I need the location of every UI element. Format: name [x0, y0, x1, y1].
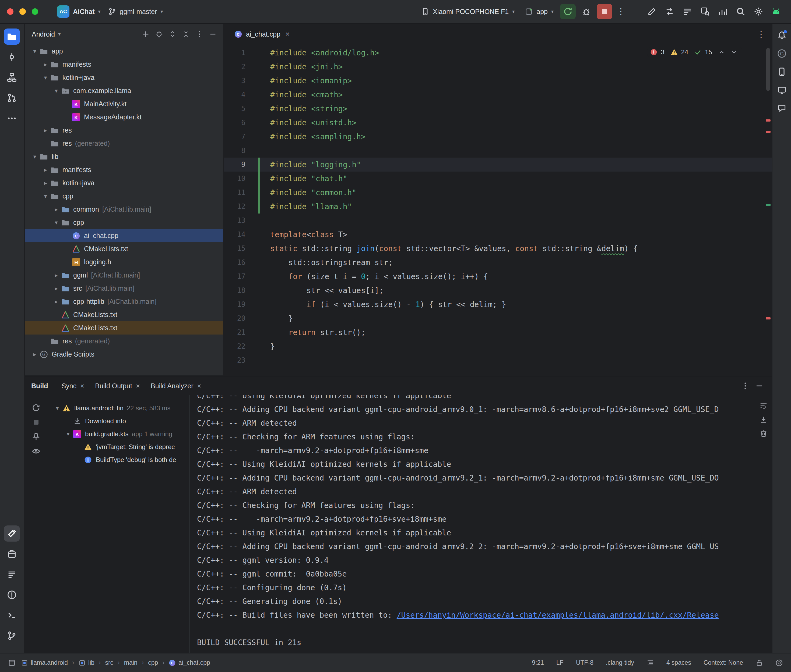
- chevron-down-icon[interactable]: ▾: [40, 193, 51, 200]
- notifications-icon[interactable]: [775, 28, 789, 43]
- structure-icon[interactable]: [4, 69, 20, 85]
- code-line-13[interactable]: 13: [224, 213, 772, 227]
- version-control-icon[interactable]: [4, 628, 20, 644]
- chevron-right-icon[interactable]: ▸: [51, 285, 61, 292]
- chevron-down-icon[interactable]: ▾: [63, 430, 73, 437]
- code-line-8[interactable]: 8: [224, 144, 772, 158]
- code-line-14[interactable]: 14template<class T>: [224, 227, 772, 242]
- stripe-mark[interactable]: [766, 317, 770, 320]
- tree-item-app[interactable]: ▾app: [25, 45, 223, 58]
- tree-item-cmakelists-txt[interactable]: CMakeLists.txt: [25, 308, 223, 322]
- clang-tidy-widget[interactable]: .clang-tidy: [606, 659, 634, 666]
- tree-item-build-gradle-kts[interactable]: ▾Kbuild.gradle.ktsapp 1 warning: [47, 427, 189, 440]
- chevron-right-icon[interactable]: ▸: [51, 272, 61, 279]
- tree-item-jvmtarget-string-is-deprec[interactable]: 'jvmTarget: String' is deprec: [47, 440, 189, 453]
- breadcrumb-item-lib[interactable]: lib: [79, 659, 95, 666]
- chevron-right-icon[interactable]: ▸: [40, 61, 51, 68]
- tree-item-cmakelists-txt[interactable]: CMakeLists.txt: [25, 242, 223, 256]
- project-window-icon[interactable]: [8, 659, 16, 667]
- tree-item-manifests[interactable]: ▸manifests: [25, 163, 223, 176]
- chevron-right-icon[interactable]: ▸: [40, 180, 51, 187]
- search-everywhere-icon[interactable]: [733, 4, 748, 19]
- tree-item-cpp[interactable]: ▾cpp: [25, 216, 223, 229]
- add-icon[interactable]: [140, 28, 152, 40]
- tree-item-cmakelists-txt[interactable]: CMakeLists.txt: [25, 322, 223, 334]
- tree-item-src[interactable]: ▸src[AiChat.lib.main]: [25, 282, 223, 295]
- terminal-icon[interactable]: [4, 607, 20, 623]
- tab-build-analyzer[interactable]: Build Analyzer×: [145, 376, 207, 395]
- code-style-icon[interactable]: [647, 659, 654, 667]
- inspections-widget-icon[interactable]: [775, 659, 783, 667]
- stop-square-icon[interactable]: [32, 418, 40, 427]
- tree-item-ggml[interactable]: ▸ggml[AiChat.lib.main]: [25, 269, 223, 282]
- project-icon[interactable]: [4, 29, 20, 45]
- live-edit-icon[interactable]: [644, 4, 659, 19]
- more-icon[interactable]: [4, 110, 20, 126]
- tree-item-lib[interactable]: ▾lib: [25, 150, 223, 163]
- code-line-16[interactable]: 16 std::ostringstream str;: [224, 256, 772, 269]
- line-separator-widget[interactable]: LF: [556, 659, 563, 666]
- device-manager-icon[interactable]: [775, 64, 789, 79]
- tree-item-kotlin-java[interactable]: ▾kotlin+java: [25, 71, 223, 84]
- code-line-11[interactable]: 11#include "common.h": [224, 186, 772, 200]
- code-line-7[interactable]: 7#include <sampling.h>: [224, 130, 772, 144]
- build-icon[interactable]: [4, 525, 20, 542]
- stripe-mark[interactable]: [766, 204, 770, 206]
- code-line-21[interactable]: 21 return str.str();: [224, 325, 772, 339]
- code-line-3[interactable]: 3#include <iomanip>: [224, 74, 772, 88]
- code-line-19[interactable]: 19 if (i < values.size() - 1) { str << d…: [224, 298, 772, 311]
- code-line-5[interactable]: 5#include <string>: [224, 102, 772, 116]
- context-widget[interactable]: Context: None: [704, 659, 743, 666]
- code-line-18[interactable]: 18 str << values[i];: [224, 283, 772, 298]
- tree-item-res[interactable]: ▸res: [25, 124, 223, 137]
- show-output-icon[interactable]: [32, 447, 40, 456]
- app-quality-insights-icon[interactable]: [775, 101, 789, 116]
- commit-icon[interactable]: [4, 49, 20, 65]
- previous-problem-icon[interactable]: [718, 49, 727, 56]
- android-mascot-icon[interactable]: [769, 4, 784, 19]
- code-editor[interactable]: 1#include <android/log.h>2#include <jni.…: [224, 44, 772, 375]
- error-stripe[interactable]: [764, 44, 772, 375]
- close-icon[interactable]: ×: [136, 382, 140, 390]
- chevron-down-icon[interactable]: ▾: [40, 74, 51, 81]
- code-line-4[interactable]: 4#include <cmath>: [224, 88, 772, 102]
- chevron-down-icon[interactable]: ▾: [30, 153, 40, 160]
- tree-item-download-info[interactable]: Download info: [47, 414, 189, 427]
- profiler-icon[interactable]: [715, 4, 731, 19]
- editor-tab-ai-chat-cpp[interactable]: C ai_chat.cpp ×: [230, 24, 294, 44]
- project-widget[interactable]: AC AiChat ▾: [53, 3, 104, 20]
- gradle-icon[interactable]: G: [775, 46, 789, 61]
- pin-icon[interactable]: [32, 432, 40, 441]
- breadcrumb-item-cpp[interactable]: cpp: [148, 659, 158, 666]
- breadcrumb-item-main[interactable]: main: [124, 659, 138, 666]
- breadcrumb-item-llama-android[interactable]: llama.android: [21, 659, 68, 666]
- code-line-12[interactable]: 12#include "llama.h": [224, 200, 772, 213]
- tree-item-logging-h[interactable]: Hlogging.h: [25, 256, 223, 269]
- code-line-15[interactable]: 15static std::string join(const std::vec…: [224, 242, 772, 256]
- tab-sync[interactable]: Sync×: [56, 376, 90, 395]
- tree-item-buildtype-debug-is-both-de[interactable]: BuildType 'debug' is both de: [47, 453, 189, 466]
- device-explorer-icon[interactable]: [4, 546, 20, 562]
- chevron-right-icon[interactable]: ▸: [40, 127, 51, 134]
- tree-item-com-example-llama[interactable]: ▾com.example.llama: [25, 84, 223, 98]
- chevron-right-icon[interactable]: ▸: [51, 298, 61, 305]
- inspection-widget[interactable]: 3 24 15: [647, 47, 742, 57]
- code-line-2[interactable]: 2#include <jni.h>: [224, 60, 772, 74]
- stripe-mark[interactable]: [766, 131, 770, 133]
- more-actions-icon[interactable]: ⋮: [615, 6, 627, 17]
- device-streaming-icon[interactable]: [662, 4, 677, 19]
- chevron-down-icon[interactable]: ▾: [51, 87, 61, 94]
- app-inspection-icon[interactable]: [697, 4, 713, 19]
- chevron-down-icon[interactable]: ▾: [51, 219, 61, 226]
- breadcrumb-item-src[interactable]: src: [105, 659, 113, 666]
- hide-icon[interactable]: [753, 380, 765, 392]
- stripe-mark[interactable]: [766, 119, 770, 122]
- chevron-right-icon[interactable]: ▸: [51, 206, 61, 213]
- tree-item-llama-android-fin[interactable]: ▾llama.android: fin22 sec, 583 ms: [47, 402, 189, 414]
- logcat-icon[interactable]: [4, 566, 20, 582]
- chevron-right-icon[interactable]: ▸: [40, 166, 51, 173]
- code-line-6[interactable]: 6#include <unistd.h>: [224, 116, 772, 130]
- build-output-path-link[interactable]: /Users/hanyin/Workspace/ai-chat/examples…: [397, 611, 719, 619]
- branch-widget[interactable]: ggml-master ▾: [104, 5, 167, 18]
- tree-item-manifests[interactable]: ▸manifests: [25, 58, 223, 71]
